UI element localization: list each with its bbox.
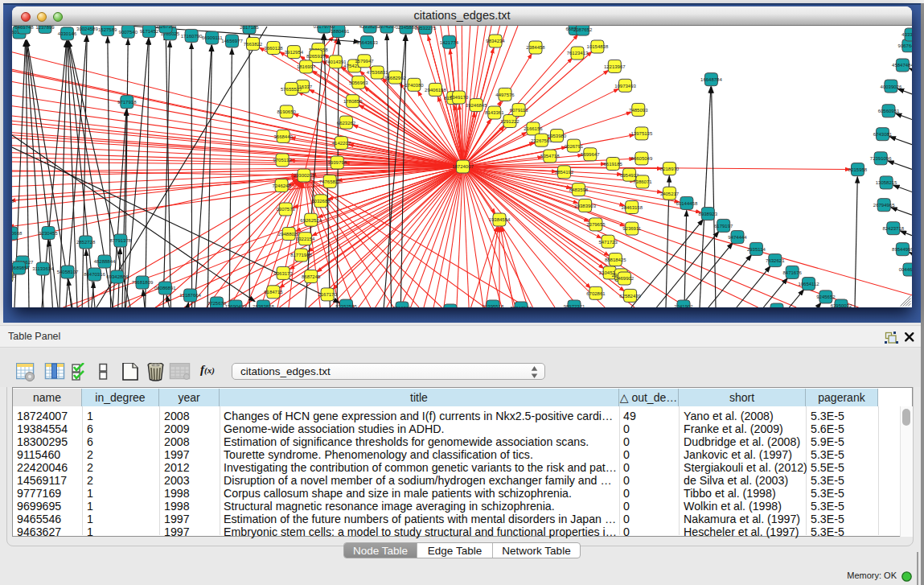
- svg-text:35643633: 35643633: [356, 40, 378, 45]
- svg-text:2852728: 2852728: [76, 240, 96, 245]
- svg-text:02345888: 02345888: [396, 26, 417, 30]
- svg-text:74765817: 74765817: [319, 179, 341, 184]
- svg-text:8265917: 8265917: [306, 54, 326, 59]
- svg-text:39532275: 39532275: [415, 26, 437, 31]
- svg-text:40039026: 40039026: [881, 84, 902, 89]
- svg-text:9834234: 9834234: [486, 39, 505, 43]
- svg-text:73681809: 73681809: [132, 280, 154, 285]
- svg-text:3405217: 3405217: [660, 192, 680, 196]
- svg-text:82423718: 82423718: [882, 226, 904, 231]
- svg-text:6743081: 6743081: [873, 132, 893, 137]
- svg-text:86470316: 86470316: [84, 272, 105, 277]
- svg-text:2384458: 2384458: [526, 45, 545, 50]
- svg-text:7386071: 7386071: [633, 179, 652, 184]
- svg-text:30689857: 30689857: [12, 266, 31, 270]
- svg-text:76123413: 76123413: [567, 51, 589, 56]
- svg-text:6184715: 6184715: [264, 290, 283, 295]
- svg-text:6623262: 6623262: [337, 121, 356, 126]
- svg-text:2379655: 2379655: [586, 222, 606, 227]
- svg-text:6079113: 6079113: [510, 108, 529, 113]
- svg-text:03179740: 03179740: [314, 26, 335, 29]
- svg-text:58317100: 58317100: [511, 306, 532, 307]
- svg-text:01395518: 01395518: [483, 304, 504, 307]
- svg-text:1421774: 1421774: [440, 40, 459, 45]
- svg-text:6953980: 6953980: [548, 134, 567, 138]
- svg-text:10154838: 10154838: [587, 44, 609, 49]
- svg-text:9236911: 9236911: [622, 226, 642, 231]
- svg-text:57655527: 57655527: [281, 87, 302, 92]
- svg-text:10973493: 10973493: [614, 84, 636, 89]
- svg-text:45847484: 45847484: [892, 63, 912, 68]
- svg-text:88818425: 88818425: [605, 257, 626, 262]
- svg-text:69262524: 69262524: [300, 218, 322, 223]
- svg-text:9705132: 9705132: [273, 158, 292, 163]
- svg-text:69342884: 69342884: [106, 274, 128, 279]
- svg-text:89544999: 89544999: [892, 247, 912, 252]
- svg-text:2017185: 2017185: [240, 26, 259, 30]
- svg-text:13690420: 13690420: [225, 304, 247, 307]
- svg-text:8483598: 8483598: [569, 187, 589, 192]
- svg-text:3312321: 3312321: [392, 306, 412, 307]
- svg-text:8938923: 8938923: [699, 212, 718, 216]
- svg-text:5056963: 5056963: [349, 80, 368, 85]
- svg-text:62582439: 62582439: [619, 294, 641, 299]
- svg-text:00446090: 00446090: [899, 267, 912, 272]
- svg-text:38463158: 38463158: [621, 205, 643, 210]
- svg-text:1291222: 1291222: [500, 119, 519, 124]
- svg-text:39246845: 39246845: [466, 103, 487, 108]
- svg-text:7725678: 7725678: [207, 301, 227, 306]
- svg-text:4330146: 4330146: [58, 31, 77, 36]
- svg-text:7349170: 7349170: [450, 95, 469, 100]
- svg-text:1237899: 1237899: [35, 26, 55, 30]
- svg-text:2166156: 2166156: [524, 126, 543, 131]
- svg-text:30024589: 30024589: [76, 27, 98, 31]
- svg-text:86605049: 86605049: [631, 156, 653, 161]
- svg-text:7021855: 7021855: [12, 274, 16, 278]
- svg-text:66909111: 66909111: [202, 35, 223, 40]
- svg-text:2167170: 2167170: [318, 292, 337, 297]
- svg-text:3668440: 3668440: [274, 134, 294, 139]
- svg-text:8190650: 8190650: [277, 109, 297, 114]
- svg-text:7632621: 7632621: [766, 258, 785, 263]
- svg-text:31133614: 31133614: [32, 266, 54, 271]
- svg-text:6032688: 6032688: [311, 199, 331, 204]
- svg-text:48288844: 48288844: [94, 259, 116, 264]
- svg-text:47536831: 47536831: [367, 70, 388, 75]
- svg-text:28383838: 28383838: [253, 304, 274, 307]
- svg-text:3230455: 3230455: [39, 231, 58, 236]
- svg-text:5471723: 5471723: [598, 240, 618, 245]
- svg-text:9171452: 9171452: [140, 29, 159, 34]
- svg-text:0026791: 0026791: [565, 144, 584, 149]
- svg-text:3939798: 3939798: [328, 160, 347, 165]
- svg-text:1527589: 1527589: [98, 27, 117, 32]
- svg-text:1579947: 1579947: [355, 59, 374, 64]
- svg-text:87791378: 87791378: [109, 238, 131, 243]
- svg-text:7663822: 7663822: [244, 42, 263, 47]
- svg-text:43860668: 43860668: [12, 231, 23, 236]
- svg-text:1816997: 1816997: [297, 64, 316, 69]
- svg-text:6619185: 6619185: [604, 162, 623, 167]
- svg-text:9717918: 9717918: [117, 100, 137, 105]
- svg-text:60144458: 60144458: [676, 201, 698, 206]
- svg-text:19384554: 19384554: [489, 217, 511, 222]
- svg-text:12433248: 12433248: [12, 199, 14, 204]
- svg-text:92352595: 92352595: [335, 304, 357, 308]
- svg-text:29406198: 29406198: [425, 88, 446, 93]
- svg-text:95682992: 95682992: [384, 76, 406, 80]
- svg-text:2087652: 2087652: [573, 27, 593, 32]
- svg-text:2469902: 2469902: [615, 276, 634, 281]
- svg-text:5699647: 5699647: [581, 152, 600, 157]
- svg-text:90676486: 90676486: [898, 43, 912, 48]
- svg-text:29488029: 29488029: [278, 232, 300, 237]
- svg-text:10654112: 10654112: [798, 282, 819, 286]
- svg-text:12187664: 12187664: [179, 293, 201, 298]
- svg-text:4142207: 4142207: [332, 141, 351, 146]
- svg-text:3660128: 3660128: [264, 46, 283, 51]
- svg-text:29300203: 29300203: [294, 173, 315, 178]
- svg-text:7246248: 7246248: [272, 183, 291, 188]
- svg-text:4497576: 4497576: [495, 93, 515, 97]
- svg-text:3374207: 3374207: [377, 26, 396, 29]
- svg-text:1740380: 1740380: [405, 83, 424, 88]
- svg-text:14656977: 14656977: [221, 39, 243, 43]
- svg-text:63950032: 63950032: [831, 303, 852, 307]
